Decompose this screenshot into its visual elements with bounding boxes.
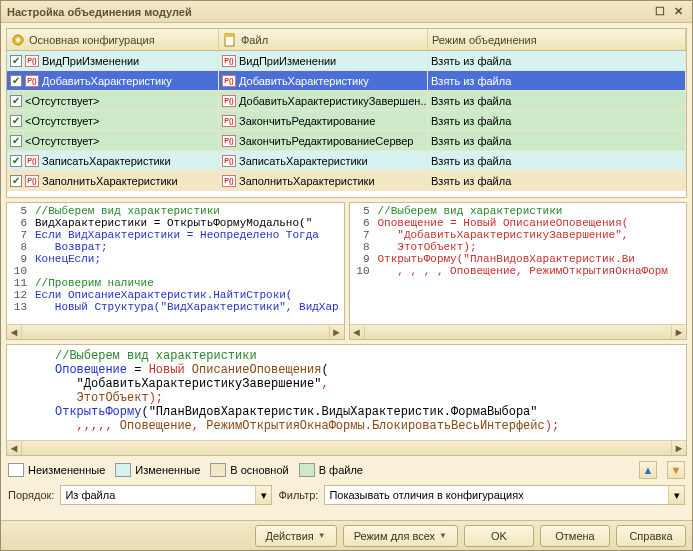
proc-name-main: <Отсутствует>: [25, 135, 100, 147]
col-file[interactable]: Файл: [219, 29, 428, 50]
table-row[interactable]: ✔<Отсутствует>P()ДобавитьХарактеристикуЗ…: [7, 91, 686, 111]
code-text: КонецЕсли;: [35, 253, 101, 265]
procedure-icon: P(): [25, 155, 39, 167]
procedure-icon: P(): [25, 55, 39, 67]
mode-for-all-button[interactable]: Режим для всех ▼: [343, 525, 458, 547]
scroll-right-icon[interactable]: ►: [671, 441, 686, 455]
chevron-down-icon: ▼: [439, 531, 447, 540]
button-label: OK: [491, 530, 507, 542]
checkbox-icon[interactable]: ✔: [10, 75, 22, 87]
checkbox-icon[interactable]: ✔: [10, 175, 22, 187]
config-icon: [11, 33, 25, 47]
legend-label: Неизмененные: [28, 464, 105, 476]
code-text: Если ВидХарактеристики = Неопределено То…: [35, 229, 319, 241]
scroll-left-icon[interactable]: ◄: [350, 325, 365, 339]
col-mode[interactable]: Режим объединения: [428, 29, 686, 50]
ok-button[interactable]: OK: [464, 525, 534, 547]
order-filter-row: Порядок: Из файла ▾ Фильтр: Показывать о…: [6, 484, 687, 506]
legend-label: Измененные: [135, 464, 200, 476]
proc-name-main: <Отсутствует>: [25, 115, 100, 127]
title-bar: Настройка объединения модулей ☐ ✕: [1, 1, 692, 23]
swatch-beige: [210, 463, 226, 477]
table-row[interactable]: ✔<Отсутствует>P()ЗакончитьРедактирование…: [7, 111, 686, 131]
checkbox-icon[interactable]: ✔: [10, 155, 22, 167]
line-number: 9: [350, 253, 378, 265]
table-row[interactable]: ✔<Отсутствует>P()ЗакончитьРедактирование…: [7, 131, 686, 151]
line-number: 6: [7, 217, 35, 229]
maximize-button[interactable]: ☐: [652, 5, 668, 19]
button-bar: Действия ▼ Режим для всех ▼ OK Отмена Сп…: [1, 520, 692, 550]
legend-unchanged: Неизмененные: [8, 463, 105, 477]
swatch-green: [299, 463, 315, 477]
table-row[interactable]: ✔P()ЗаполнитьХарактеристикиP()ЗаполнитьХ…: [7, 171, 686, 191]
merge-mode: Взять из файла: [431, 75, 511, 87]
order-select[interactable]: Из файла ▾: [60, 485, 272, 505]
actions-button[interactable]: Действия ▼: [255, 525, 337, 547]
proc-name-file: ДобавитьХарактеристику: [239, 75, 369, 87]
table-row[interactable]: ✔P()ДобавитьХарактеристикуP()ДобавитьХар…: [7, 71, 686, 91]
scroll-track[interactable]: [365, 325, 672, 339]
close-button[interactable]: ✕: [670, 5, 686, 19]
checkbox-icon[interactable]: ✔: [10, 115, 22, 127]
legend-row: Неизмененные Измененные В основной В фай…: [6, 460, 687, 480]
merge-mode: Взять из файла: [431, 135, 511, 147]
scroll-right-icon[interactable]: ►: [671, 325, 686, 339]
line-number: 10: [7, 265, 35, 277]
help-button[interactable]: Справка: [616, 525, 686, 547]
code-text: Оповещение = Новый ОписаниеОповещения(: [378, 217, 629, 229]
hscroll-merged[interactable]: ◄ ►: [7, 440, 686, 455]
code-text: "ДобавитьХарактеристикуЗавершение",: [378, 229, 629, 241]
button-label: Действия: [266, 530, 314, 542]
svg-rect-3: [225, 34, 234, 37]
code-area-merged[interactable]: //Выберем вид характеристикиОповещение =…: [7, 345, 686, 440]
code-text: ВидХарактеристики = ОткрытьФормуМодально…: [35, 217, 312, 229]
proc-name-main: ЗаполнитьХарактеристики: [42, 175, 178, 187]
proc-name-file: ЗаполнитьХарактеристики: [239, 175, 375, 187]
code-text: , , , , Оповещение, РежимОткрытияОкнаФор…: [378, 265, 668, 277]
checkbox-icon[interactable]: ✔: [10, 135, 22, 147]
line-number: 13: [7, 301, 35, 313]
checkbox-icon[interactable]: ✔: [10, 55, 22, 67]
procedure-icon: P(): [222, 75, 236, 87]
line-number: 11: [7, 277, 35, 289]
proc-name-file: ЗакончитьРедактирование: [239, 115, 375, 127]
code-area-right[interactable]: 5//Выберем вид характеристики6Оповещение…: [350, 203, 687, 324]
procedure-icon: P(): [25, 175, 39, 187]
code-pane-file: 5//Выберем вид характеристики6Оповещение…: [349, 202, 688, 340]
code-text: Новый Структура("ВидХарактеристики", Вид…: [35, 301, 339, 313]
scroll-left-icon[interactable]: ◄: [7, 325, 22, 339]
chevron-down-icon[interactable]: ▾: [255, 486, 271, 504]
procedure-icon: P(): [222, 135, 236, 147]
svg-point-1: [16, 38, 20, 42]
code-area-left[interactable]: 5//Выберем вид характеристики6ВидХаракте…: [7, 203, 344, 324]
hscroll-left[interactable]: ◄ ►: [7, 324, 344, 339]
proc-name-main: <Отсутствует>: [25, 95, 100, 107]
chevron-down-icon[interactable]: ▾: [668, 486, 684, 504]
scroll-track[interactable]: [22, 441, 671, 455]
window-title: Настройка объединения модулей: [7, 6, 192, 18]
swatch-teal: [115, 463, 131, 477]
merge-mode: Взять из файла: [431, 155, 511, 167]
scroll-track[interactable]: [22, 325, 329, 339]
move-down-button[interactable]: ▼: [667, 461, 685, 479]
scroll-left-icon[interactable]: ◄: [7, 441, 22, 455]
col-label: Режим объединения: [432, 34, 537, 46]
move-up-button[interactable]: ▲: [639, 461, 657, 479]
proc-name-main: ВидПриИзменении: [42, 55, 139, 67]
cancel-button[interactable]: Отмена: [540, 525, 610, 547]
proc-name-file: ЗакончитьРедактированиеСервер: [239, 135, 413, 147]
scroll-right-icon[interactable]: ►: [329, 325, 344, 339]
code-pane-main: 5//Выберем вид характеристики6ВидХаракте…: [6, 202, 345, 340]
hscroll-right[interactable]: ◄ ►: [350, 324, 687, 339]
table-row[interactable]: ✔P()ВидПриИзмененииP()ВидПриИзмененииВзя…: [7, 51, 686, 71]
line-number: 8: [350, 241, 378, 253]
grid-header: Основная конфигурация Файл Режим объедин…: [7, 29, 686, 51]
code-text: //Выберем вид характеристики: [378, 205, 563, 217]
checkbox-icon[interactable]: ✔: [10, 95, 22, 107]
merge-mode: Взять из файла: [431, 175, 511, 187]
filter-select[interactable]: Показывать отличия в конфигурациях ▾: [324, 485, 685, 505]
procedure-icon: P(): [222, 95, 236, 107]
table-row[interactable]: ✔P()ЗаписатьХарактеристикиP()ЗаписатьХар…: [7, 151, 686, 171]
line-number: 5: [7, 205, 35, 217]
col-main-config[interactable]: Основная конфигурация: [7, 29, 219, 50]
